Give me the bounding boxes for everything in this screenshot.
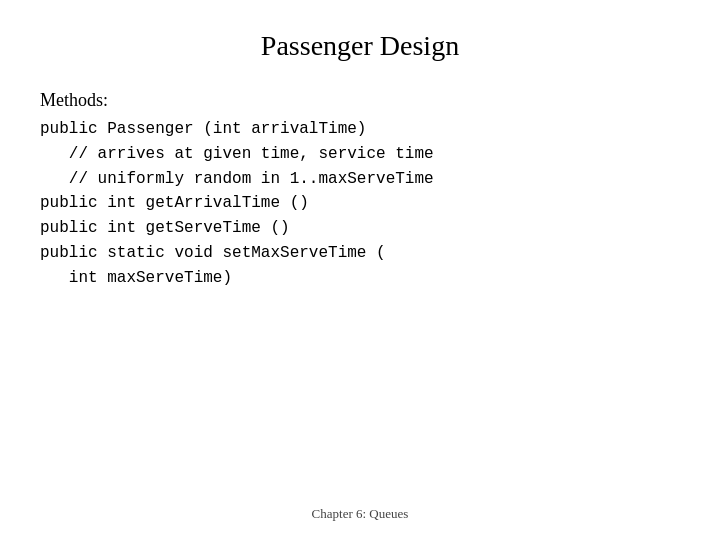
content-area: Methods: public Passenger (int arrivalTi… — [40, 90, 680, 510]
footer-label: Chapter 6: Queues — [0, 506, 720, 522]
page-container: Passenger Design Methods: public Passeng… — [0, 0, 720, 540]
page-title: Passenger Design — [40, 30, 680, 62]
methods-label: Methods: — [40, 90, 680, 111]
code-block: public Passenger (int arrivalTime) // ar… — [40, 117, 680, 291]
